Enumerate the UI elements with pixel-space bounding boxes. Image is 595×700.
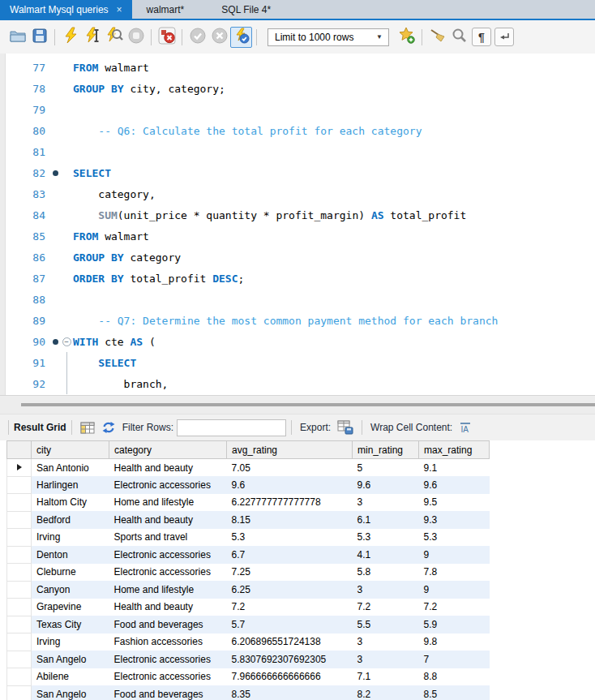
grid-cell[interactable]: 6.1 xyxy=(353,511,419,529)
row-marker-cell[interactable] xyxy=(7,546,32,564)
code-line[interactable]: 78GROUP BY city, category; xyxy=(0,78,595,99)
grid-cell[interactable]: 7.2 xyxy=(353,599,419,616)
row-marker-cell[interactable] xyxy=(7,564,32,582)
grid-cell[interactable]: Sports and travel xyxy=(109,529,227,547)
tab-sql-file-4[interactable]: SQL File 4* xyxy=(212,0,280,19)
grid-cell[interactable]: Health and beauty xyxy=(109,459,227,477)
grid-cell[interactable]: 9.8 xyxy=(419,633,490,651)
beautify-button[interactable] xyxy=(426,27,448,48)
code-line[interactable]: 91 SELECT xyxy=(0,352,595,373)
table-row[interactable]: San AngeloElectronic accessories5.830769… xyxy=(7,651,490,668)
code-line[interactable]: 90−WITH cte AS ( xyxy=(0,331,595,352)
grid-cell[interactable]: 6.206896551724138 xyxy=(227,633,353,651)
grid-cell[interactable]: 5 xyxy=(353,459,419,477)
refresh-icon[interactable] xyxy=(101,421,116,434)
grid-cell[interactable]: San Angelo xyxy=(32,685,109,700)
grid-cell[interactable]: Grapevine xyxy=(32,599,109,616)
grid-cell[interactable]: Food and beverages xyxy=(109,685,227,700)
table-row[interactable]: CanyonHome and lifestyle6.2539 xyxy=(7,581,490,599)
grid-cell[interactable]: 9.1 xyxy=(419,459,490,477)
grid-cell[interactable]: 5.3 xyxy=(227,529,353,547)
row-marker-cell[interactable] xyxy=(7,651,32,668)
grid-cell[interactable]: 5.3 xyxy=(353,529,419,547)
grid-cell[interactable]: Home and lifestyle xyxy=(109,581,227,599)
column-header[interactable]: city xyxy=(32,441,109,459)
grid-cell[interactable]: Irving xyxy=(32,633,109,651)
sql-code-editor[interactable]: 77FROM walmart78GROUP BY city, category;… xyxy=(0,54,595,395)
grid-cell[interactable]: 7.1 xyxy=(353,668,419,686)
toggle-autocommit-button[interactable] xyxy=(230,27,252,48)
grid-cell[interactable]: 9.6 xyxy=(227,476,353,494)
grid-cell[interactable]: Health and beauty xyxy=(109,599,227,616)
code-line[interactable]: 87ORDER BY total_profit DESC; xyxy=(0,268,595,289)
grid-cell[interactable]: 5.7 xyxy=(227,616,353,633)
grid-cell[interactable]: Irving xyxy=(32,529,109,547)
row-limit-dropdown[interactable]: Limit to 1000 rows ▼ xyxy=(268,28,389,46)
fold-collapse-icon[interactable]: − xyxy=(62,337,71,346)
editor-result-splitter[interactable] xyxy=(0,395,595,414)
grid-cell[interactable]: 5.8 xyxy=(353,564,419,582)
export-icon[interactable] xyxy=(337,420,353,435)
grid-cell[interactable]: 9.6 xyxy=(419,476,490,494)
grid-cell[interactable]: Fashion accessories xyxy=(109,633,227,651)
code-line[interactable]: 81 xyxy=(0,141,595,162)
table-row[interactable]: San AngeloFood and beverages8.358.28.5 xyxy=(7,685,490,700)
find-button[interactable] xyxy=(448,27,470,48)
column-header[interactable]: avg_rating xyxy=(227,441,353,459)
grid-cell[interactable]: 8.35 xyxy=(227,685,353,700)
table-row[interactable]: BedfordHealth and beauty8.156.19.3 xyxy=(7,511,490,529)
close-icon[interactable]: × xyxy=(117,4,122,15)
table-row[interactable]: AbileneElectronic accessories7.966666666… xyxy=(7,668,490,686)
new-snippet-button[interactable] xyxy=(396,27,417,48)
grid-cell[interactable]: 5.8307692307692305 xyxy=(227,651,353,668)
column-header[interactable]: max_rating xyxy=(419,441,490,459)
grid-cell[interactable]: San Antonio xyxy=(32,459,109,477)
grid-cell[interactable]: 5.9 xyxy=(419,616,490,633)
grid-cell[interactable]: 5.5 xyxy=(353,616,419,633)
grid-cell[interactable]: 9 xyxy=(419,581,490,599)
table-row[interactable]: GrapevineHealth and beauty7.27.27.2 xyxy=(7,599,490,616)
table-row[interactable]: IrvingFashion accessories6.2068965517241… xyxy=(7,633,490,651)
grid-cell[interactable]: Cleburne xyxy=(32,564,109,582)
table-row[interactable]: IrvingSports and travel5.35.35.3 xyxy=(7,529,490,547)
row-marker-cell[interactable] xyxy=(7,476,32,494)
grid-cell[interactable]: 9.6 xyxy=(353,476,419,494)
row-marker-cell[interactable] xyxy=(7,459,32,477)
column-header[interactable]: category xyxy=(109,441,227,459)
grid-cell[interactable]: 8.5 xyxy=(419,685,490,700)
table-row[interactable]: Haltom CityHome and lifestyle6.227777777… xyxy=(7,494,490,512)
grid-cell[interactable]: Electronic accessories xyxy=(109,546,227,564)
execute-button[interactable] xyxy=(59,27,81,48)
stop-button[interactable] xyxy=(125,27,147,48)
grid-cell[interactable]: Denton xyxy=(32,546,109,564)
table-row[interactable]: HarlingenElectronic accessories9.69.69.6 xyxy=(7,476,490,494)
tab-walmart[interactable]: walmart* xyxy=(137,0,195,19)
grid-cell[interactable]: 7.2 xyxy=(419,599,490,616)
grid-cell[interactable]: Harlingen xyxy=(32,476,109,494)
open-script-button[interactable] xyxy=(6,27,28,48)
code-line[interactable]: 84 SUM(unit_price * quantity * profit_ma… xyxy=(0,204,595,225)
code-line[interactable]: 83 category, xyxy=(0,183,595,204)
splitter-handle[interactable] xyxy=(21,403,595,406)
grid-cell[interactable]: 3 xyxy=(353,651,419,668)
grid-cell[interactable]: 9.3 xyxy=(419,511,490,529)
grid-cell[interactable]: 9 xyxy=(419,546,490,564)
grid-cell[interactable]: 8.15 xyxy=(227,511,353,529)
code-line[interactable]: 89 -- Q7: Determine the most common paym… xyxy=(0,310,595,331)
rollback-button[interactable] xyxy=(208,27,230,48)
row-marker-cell[interactable] xyxy=(7,511,32,529)
grid-cell[interactable]: Texas City xyxy=(32,616,109,633)
grid-cell[interactable]: 4.1 xyxy=(353,546,419,564)
grid-cell[interactable]: Food and beverages xyxy=(109,616,227,633)
code-line[interactable]: 77FROM walmart xyxy=(0,57,595,78)
table-row[interactable]: San AntonioHealth and beauty7.0559.1 xyxy=(7,459,490,477)
grid-cell[interactable]: 7.966666666666666 xyxy=(227,668,353,686)
code-line[interactable]: 79 xyxy=(0,99,595,120)
row-marker-cell[interactable] xyxy=(7,494,32,512)
grid-cell[interactable]: 8.2 xyxy=(353,685,419,700)
grid-cell[interactable]: 3 xyxy=(353,633,419,651)
commit-button[interactable] xyxy=(186,27,208,48)
row-marker-cell[interactable] xyxy=(7,529,32,547)
grid-cell[interactable]: Bedford xyxy=(32,511,109,529)
grid-cell[interactable]: Abilene xyxy=(32,668,109,686)
